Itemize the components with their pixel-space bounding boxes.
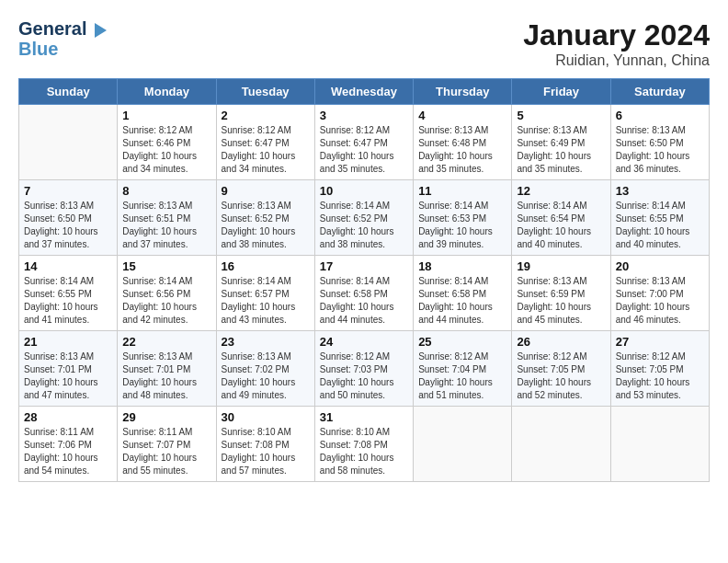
calendar-cell: 27Sunrise: 8:12 AM Sunset: 7:05 PM Dayli…	[610, 331, 709, 407]
weekday-header-sunday: Sunday	[19, 79, 118, 105]
calendar-cell: 17Sunrise: 8:14 AM Sunset: 6:58 PM Dayli…	[314, 256, 413, 331]
day-info: Sunrise: 8:14 AM Sunset: 6:53 PM Dayligh…	[418, 200, 506, 251]
calendar-cell: 7Sunrise: 8:13 AM Sunset: 6:50 PM Daylig…	[19, 180, 118, 256]
day-info: Sunrise: 8:14 AM Sunset: 6:58 PM Dayligh…	[320, 275, 408, 327]
day-info: Sunrise: 8:14 AM Sunset: 6:55 PM Dayligh…	[24, 275, 112, 327]
calendar-cell: 26Sunrise: 8:12 AM Sunset: 7:05 PM Dayli…	[512, 331, 610, 407]
calendar-week-1: 1Sunrise: 8:12 AM Sunset: 6:46 PM Daylig…	[19, 105, 710, 180]
logo-arrow-icon	[95, 23, 107, 38]
day-info: Sunrise: 8:13 AM Sunset: 6:52 PM Dayligh…	[222, 200, 310, 251]
weekday-header-wednesday: Wednesday	[314, 79, 413, 105]
day-number: 14	[24, 259, 112, 273]
calendar-cell: 28Sunrise: 8:11 AM Sunset: 7:06 PM Dayli…	[19, 407, 118, 482]
day-info: Sunrise: 8:13 AM Sunset: 6:48 PM Dayligh…	[418, 124, 506, 176]
page-header: General Blue January 2024 Ruidian, Yunna…	[18, 18, 710, 69]
calendar-week-3: 14Sunrise: 8:14 AM Sunset: 6:55 PM Dayli…	[19, 256, 710, 331]
calendar-cell: 30Sunrise: 8:10 AM Sunset: 7:08 PM Dayli…	[216, 407, 314, 482]
day-number: 27	[616, 335, 704, 349]
calendar-cell: 20Sunrise: 8:13 AM Sunset: 7:00 PM Dayli…	[610, 256, 709, 331]
calendar-week-5: 28Sunrise: 8:11 AM Sunset: 7:06 PM Dayli…	[19, 407, 710, 482]
calendar-cell: 9Sunrise: 8:13 AM Sunset: 6:52 PM Daylig…	[216, 180, 314, 256]
logo: General Blue	[18, 18, 107, 59]
calendar-cell: 31Sunrise: 8:10 AM Sunset: 7:08 PM Dayli…	[314, 407, 413, 482]
calendar-cell	[512, 407, 610, 482]
day-info: Sunrise: 8:13 AM Sunset: 6:59 PM Dayligh…	[517, 275, 605, 327]
day-info: Sunrise: 8:14 AM Sunset: 6:58 PM Dayligh…	[418, 275, 506, 327]
day-number: 17	[320, 259, 408, 273]
day-number: 22	[122, 335, 210, 349]
day-number: 20	[616, 259, 704, 273]
day-info: Sunrise: 8:12 AM Sunset: 6:46 PM Dayligh…	[122, 124, 210, 176]
calendar-cell: 15Sunrise: 8:14 AM Sunset: 6:56 PM Dayli…	[118, 256, 216, 331]
logo-general: General	[18, 18, 86, 39]
calendar-cell	[19, 105, 118, 180]
calendar-cell	[610, 407, 709, 482]
page-subtitle: Ruidian, Yunnan, China	[523, 52, 710, 69]
calendar-cell: 23Sunrise: 8:13 AM Sunset: 7:02 PM Dayli…	[216, 331, 314, 407]
day-info: Sunrise: 8:11 AM Sunset: 7:07 PM Dayligh…	[122, 426, 210, 477]
day-number: 30	[222, 410, 310, 424]
calendar-header: SundayMondayTuesdayWednesdayThursdayFrid…	[19, 79, 710, 105]
day-number: 29	[122, 410, 210, 424]
calendar-week-2: 7Sunrise: 8:13 AM Sunset: 6:50 PM Daylig…	[19, 180, 710, 256]
day-info: Sunrise: 8:12 AM Sunset: 6:47 PM Dayligh…	[222, 124, 310, 176]
page-title: January 2024	[523, 18, 710, 52]
weekday-header-thursday: Thursday	[414, 79, 512, 105]
day-info: Sunrise: 8:13 AM Sunset: 7:01 PM Dayligh…	[24, 350, 112, 402]
calendar-cell: 2Sunrise: 8:12 AM Sunset: 6:47 PM Daylig…	[216, 105, 314, 180]
day-number: 18	[418, 259, 506, 273]
weekday-header-monday: Monday	[118, 79, 216, 105]
day-number: 26	[517, 335, 605, 349]
day-number: 23	[222, 335, 310, 349]
day-info: Sunrise: 8:11 AM Sunset: 7:06 PM Dayligh…	[24, 426, 112, 477]
day-info: Sunrise: 8:14 AM Sunset: 6:54 PM Dayligh…	[517, 200, 605, 251]
day-number: 19	[517, 259, 605, 273]
calendar-cell: 24Sunrise: 8:12 AM Sunset: 7:03 PM Dayli…	[314, 331, 413, 407]
day-number: 4	[418, 109, 506, 122]
day-number: 12	[517, 184, 605, 198]
calendar-cell: 10Sunrise: 8:14 AM Sunset: 6:52 PM Dayli…	[314, 180, 413, 256]
day-info: Sunrise: 8:13 AM Sunset: 7:00 PM Dayligh…	[616, 275, 704, 327]
day-number: 25	[418, 335, 506, 349]
day-number: 6	[616, 109, 704, 122]
day-info: Sunrise: 8:14 AM Sunset: 6:52 PM Dayligh…	[320, 200, 408, 251]
day-number: 3	[320, 109, 408, 122]
calendar-cell: 6Sunrise: 8:13 AM Sunset: 6:50 PM Daylig…	[610, 105, 709, 180]
day-info: Sunrise: 8:12 AM Sunset: 7:03 PM Dayligh…	[320, 350, 408, 402]
calendar-cell: 3Sunrise: 8:12 AM Sunset: 6:47 PM Daylig…	[314, 105, 413, 180]
calendar-table: SundayMondayTuesdayWednesdayThursdayFrid…	[18, 78, 710, 482]
day-number: 24	[320, 335, 408, 349]
calendar-cell: 22Sunrise: 8:13 AM Sunset: 7:01 PM Dayli…	[118, 331, 216, 407]
day-number: 10	[320, 184, 408, 198]
day-info: Sunrise: 8:10 AM Sunset: 7:08 PM Dayligh…	[222, 426, 310, 477]
calendar-cell: 8Sunrise: 8:13 AM Sunset: 6:51 PM Daylig…	[118, 180, 216, 256]
calendar-cell	[414, 407, 512, 482]
day-info: Sunrise: 8:13 AM Sunset: 7:01 PM Dayligh…	[122, 350, 210, 402]
calendar-week-4: 21Sunrise: 8:13 AM Sunset: 7:01 PM Dayli…	[19, 331, 710, 407]
calendar-cell: 14Sunrise: 8:14 AM Sunset: 6:55 PM Dayli…	[19, 256, 118, 331]
day-number: 16	[222, 259, 310, 273]
day-number: 7	[24, 184, 112, 198]
calendar-cell: 5Sunrise: 8:13 AM Sunset: 6:49 PM Daylig…	[512, 105, 610, 180]
day-number: 2	[222, 109, 310, 122]
weekday-header-saturday: Saturday	[610, 79, 709, 105]
weekday-header-friday: Friday	[512, 79, 610, 105]
day-info: Sunrise: 8:12 AM Sunset: 7:05 PM Dayligh…	[616, 350, 704, 402]
day-info: Sunrise: 8:12 AM Sunset: 7:05 PM Dayligh…	[517, 350, 605, 402]
day-number: 5	[517, 109, 605, 122]
day-info: Sunrise: 8:13 AM Sunset: 6:50 PM Dayligh…	[24, 200, 112, 251]
day-number: 9	[222, 184, 310, 198]
day-info: Sunrise: 8:14 AM Sunset: 6:55 PM Dayligh…	[616, 200, 704, 251]
day-number: 13	[616, 184, 704, 198]
weekday-header-row: SundayMondayTuesdayWednesdayThursdayFrid…	[19, 79, 710, 105]
calendar-body: 1Sunrise: 8:12 AM Sunset: 6:46 PM Daylig…	[19, 105, 710, 482]
day-info: Sunrise: 8:10 AM Sunset: 7:08 PM Dayligh…	[320, 426, 408, 477]
calendar-cell: 16Sunrise: 8:14 AM Sunset: 6:57 PM Dayli…	[216, 256, 314, 331]
day-info: Sunrise: 8:12 AM Sunset: 7:04 PM Dayligh…	[418, 350, 506, 402]
day-number: 31	[320, 410, 408, 424]
day-number: 28	[24, 410, 112, 424]
calendar-cell: 12Sunrise: 8:14 AM Sunset: 6:54 PM Dayli…	[512, 180, 610, 256]
calendar-cell: 4Sunrise: 8:13 AM Sunset: 6:48 PM Daylig…	[414, 105, 512, 180]
calendar-cell: 19Sunrise: 8:13 AM Sunset: 6:59 PM Dayli…	[512, 256, 610, 331]
day-number: 21	[24, 335, 112, 349]
